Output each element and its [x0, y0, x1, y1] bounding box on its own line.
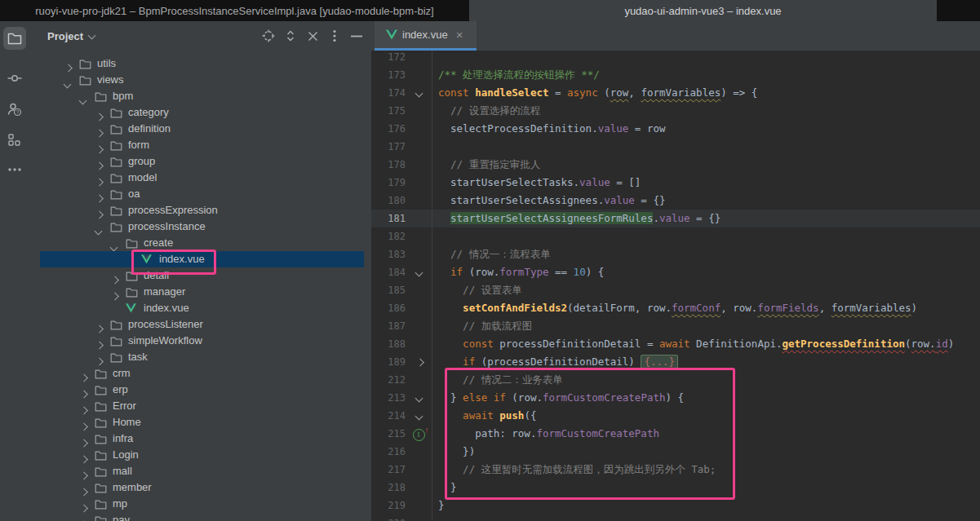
folder-icon: [110, 188, 123, 200]
tree-item-form[interactable]: form: [29, 137, 371, 153]
line-number: 217: [371, 461, 406, 479]
tree-item-label: detail: [144, 267, 169, 284]
code-line-179[interactable]: 179 startUserSelectTasks.value = []: [371, 174, 980, 192]
tree-item-index-vue[interactable]: index.vue: [29, 300, 371, 316]
gutter-cell: [406, 443, 432, 461]
tree-item-label: group: [128, 153, 155, 170]
project-folder-icon[interactable]: [3, 27, 26, 50]
line-number: 172: [371, 48, 406, 66]
tree-item-manager[interactable]: manager: [29, 284, 371, 300]
code-line-182[interactable]: 182: [371, 227, 980, 245]
vue-file-icon: [126, 302, 139, 314]
code-line-215[interactable]: 215I↑ path: row.formCustomCreatePath: [371, 425, 980, 443]
pull-requests-icon[interactable]: ?: [3, 98, 26, 121]
tree-item-Error[interactable]: Error: [29, 398, 371, 414]
code-line-176[interactable]: 176 selectProcessDefinition.value = row: [371, 120, 980, 138]
activity-bar: ?: [0, 21, 29, 521]
code-line-188[interactable]: 188 const processDefinitionDetail = awai…: [371, 335, 980, 353]
tree-item-category[interactable]: category: [29, 104, 371, 121]
structure-icon[interactable]: [3, 128, 26, 151]
code-line-183[interactable]: 183 // 情况一：流程表单: [371, 245, 980, 263]
tree-item-processExpression[interactable]: processExpression: [29, 202, 371, 219]
chevron-right-icon[interactable]: [80, 518, 86, 521]
code-line-218[interactable]: 218 }: [371, 479, 980, 497]
fold-expanded-icon[interactable]: [406, 407, 432, 425]
folder-icon: [95, 433, 108, 444]
code-line-189[interactable]: 189 if (processDefinitionDetail) {...}: [371, 353, 980, 371]
folder-icon: [126, 270, 139, 281]
folder-icon: [79, 58, 92, 69]
code-line-185[interactable]: 185 // 设置表单: [371, 281, 980, 299]
tree-item-label: form: [128, 137, 149, 153]
tree-item-create[interactable]: create: [29, 235, 371, 251]
line-number: 177: [371, 138, 406, 156]
code-line-220[interactable]: 220: [371, 514, 980, 521]
code-line-213[interactable]: 213 } else if (row.formCustomCreatePath)…: [371, 389, 980, 407]
tree-item-group[interactable]: group: [29, 153, 371, 170]
tree-item-processListener[interactable]: processListener: [29, 316, 371, 333]
front-window-title-text: yudao-ui-admin-vue3 – index.vue: [624, 5, 781, 17]
tree-item-Login[interactable]: Login: [29, 447, 371, 463]
tree-item-erp[interactable]: erp: [29, 382, 371, 398]
tree-item-label: pay: [113, 512, 130, 521]
line-number: 176: [371, 120, 406, 138]
fold-expanded-icon[interactable]: [406, 389, 432, 407]
code-line-173[interactable]: 173/** 处理选择流程的按钮操作 **/: [371, 66, 980, 84]
code-area: 172173/** 处理选择流程的按钮操作 **/174const handle…: [371, 48, 980, 521]
tree-item-index-vue[interactable]: index.vue: [29, 251, 371, 267]
more-tool-windows-icon[interactable]: [3, 158, 26, 181]
tree-item-infra[interactable]: infra: [29, 430, 371, 447]
folder-icon: [79, 74, 92, 86]
tree-item-task[interactable]: task: [29, 349, 371, 365]
close-icon[interactable]: ×: [456, 31, 463, 39]
fold-expanded-icon[interactable]: [406, 84, 432, 102]
code-line-174[interactable]: 174const handleSelect = async (row, form…: [371, 84, 980, 102]
code-line-219[interactable]: 219}: [371, 497, 980, 514]
tree-item-bpm[interactable]: bpm: [29, 88, 371, 104]
tree-item-member[interactable]: member: [29, 479, 371, 496]
folder-icon: [95, 417, 108, 428]
code-line-175[interactable]: 175 // 设置选择的流程: [371, 102, 980, 120]
code-line-212[interactable]: 212 // 情况二：业务表单: [371, 371, 980, 389]
tree-item-Home[interactable]: Home: [29, 414, 371, 430]
tree-item-label: oa: [128, 186, 140, 202]
tree-item-processInstance[interactable]: processInstance: [29, 219, 371, 235]
tree-item-label: processExpression: [128, 202, 218, 219]
folder-icon: [95, 498, 108, 510]
tree-item-utils[interactable]: utils: [29, 55, 371, 72]
gutter-intention-icon[interactable]: I↑: [406, 425, 432, 443]
editor: index.vue × 172173/** 处理选择流程的按钮操作 **/174…: [371, 21, 980, 521]
code-text: if (row.formType == 10) {: [438, 263, 604, 281]
tree-item-label: model: [128, 170, 157, 186]
fold-expanded-icon[interactable]: [406, 263, 432, 281]
tree-item-oa[interactable]: oa: [29, 186, 371, 202]
tab-index-vue[interactable]: index.vue ×: [375, 21, 477, 51]
tree-item-crm[interactable]: crm: [29, 365, 371, 382]
code-line-184[interactable]: 184 if (row.formType == 10) {: [371, 263, 980, 281]
tree-item-label: category: [128, 104, 169, 121]
tree-item-label: member: [113, 479, 152, 496]
gutter-cell: [406, 514, 432, 521]
code-text: }): [438, 443, 475, 461]
code-line-186[interactable]: 186 setConfAndFields2(detailForm, row.fo…: [371, 299, 980, 317]
tree-item-definition[interactable]: definition: [29, 121, 371, 137]
commit-icon[interactable]: [3, 67, 26, 90]
code-line-178[interactable]: 178 // 重置指定审批人: [371, 156, 980, 174]
folder-icon: [95, 400, 108, 412]
tree-item-mall[interactable]: mall: [29, 463, 371, 479]
code-line-214[interactable]: 214 await push({: [371, 407, 980, 425]
tree-item-detail[interactable]: detail: [29, 267, 371, 284]
code-line-216[interactable]: 216 }): [371, 443, 980, 461]
code-line-177[interactable]: 177: [371, 138, 980, 156]
tree-item-mp[interactable]: mp: [29, 496, 371, 512]
code-line-181[interactable]: 181 startUserSelectAssigneesFormRules.va…: [371, 210, 980, 227]
tree-item-simpleWorkflow[interactable]: simpleWorkflow: [29, 333, 371, 349]
tree-item-pay[interactable]: pay: [29, 512, 371, 521]
tree-item-views[interactable]: views: [29, 72, 371, 88]
tree-item-model[interactable]: model: [29, 170, 371, 186]
code-line-187[interactable]: 187 // 加载流程图: [371, 317, 980, 335]
code-line-180[interactable]: 180 startUserSelectAssignees.value = {}: [371, 192, 980, 210]
code-line-217[interactable]: 217 // 这里暂时无需加载流程图，因为跳出到另外个 Tab;: [371, 461, 980, 479]
fold-collapsed-icon[interactable]: [406, 353, 432, 371]
code-line-172[interactable]: 172: [371, 48, 980, 66]
